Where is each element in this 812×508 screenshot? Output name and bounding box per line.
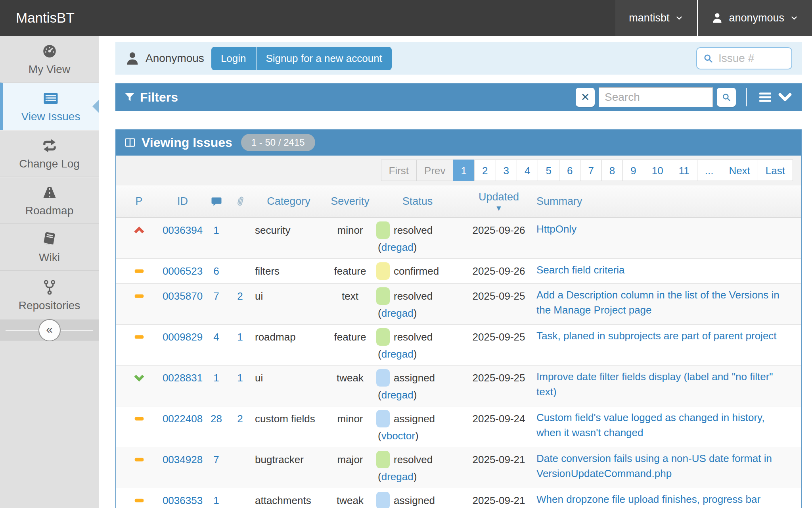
- summary-cell: When dropzone file upload finishes, prog…: [536, 492, 801, 508]
- handler-link[interactable]: dregad: [381, 471, 414, 483]
- summary-link[interactable]: Custom field's value logged as changed i…: [536, 412, 764, 439]
- sidebar-item-repositories[interactable]: Repositories: [0, 271, 99, 320]
- sidebar-collapse-strip: «: [0, 320, 99, 341]
- issue-number-input[interactable]: [718, 52, 786, 65]
- issue-id-link[interactable]: 0036353: [163, 495, 203, 506]
- note-count-link[interactable]: 1: [213, 224, 219, 236]
- app-logo[interactable]: MantisBT: [0, 0, 75, 36]
- column-header-id[interactable]: ID: [162, 195, 203, 208]
- viewing-issues-widget: Viewing Issues 1 - 50 / 2415 FirstPrev12…: [115, 129, 802, 508]
- status-line: resolved: [376, 451, 461, 468]
- issue-id-link[interactable]: 0035870: [163, 290, 203, 302]
- note-count-link[interactable]: 1: [213, 495, 219, 506]
- category-cell: ui: [251, 287, 326, 321]
- status-cell: assigned(dregad): [374, 369, 461, 402]
- table-row: 00363531attachmentstweakassigned(dregad)…: [116, 488, 801, 508]
- page-4[interactable]: 4: [517, 160, 538, 181]
- attachment-count-link[interactable]: 2: [237, 413, 243, 425]
- summary-link[interactable]: Improve date filter fields display (labe…: [536, 371, 773, 398]
- page-11[interactable]: 11: [671, 160, 697, 181]
- column-header-severity[interactable]: Severity: [326, 195, 374, 208]
- collapse-panel-chevron-icon[interactable]: [777, 89, 793, 105]
- note-count-link[interactable]: 28: [211, 413, 222, 425]
- status-label: confirmed: [394, 264, 439, 279]
- note-count-link[interactable]: 6: [213, 265, 219, 277]
- page-last[interactable]: Last: [758, 160, 793, 181]
- handler-link[interactable]: dregad: [381, 241, 414, 253]
- page-9[interactable]: 9: [622, 160, 644, 181]
- handler-link[interactable]: vboctor: [381, 430, 415, 442]
- page-3[interactable]: 3: [496, 160, 517, 181]
- severity-cell: minor: [326, 221, 374, 255]
- summary-link[interactable]: When dropzone file upload finishes, prog…: [536, 493, 760, 505]
- note-count-link[interactable]: 4: [213, 331, 219, 343]
- filter-search-input[interactable]: [599, 87, 713, 107]
- page-10[interactable]: 10: [644, 160, 671, 181]
- sidebar-item-view-issues[interactable]: View Issues: [0, 83, 99, 130]
- page-1[interactable]: 1: [453, 160, 475, 181]
- note-count-link[interactable]: 1: [213, 372, 219, 384]
- attachment-count-cell: 1: [229, 328, 251, 362]
- column-header-attachments[interactable]: [229, 195, 251, 208]
- priority-normal-icon: [116, 328, 162, 362]
- issue-id-link[interactable]: 0028831: [163, 372, 203, 384]
- attachment-count-link[interactable]: 1: [237, 372, 243, 384]
- note-count-link[interactable]: 7: [213, 454, 219, 466]
- list-icon: [42, 90, 59, 107]
- priority-high-icon: [116, 221, 162, 255]
- comment-icon: [211, 196, 222, 208]
- page-5[interactable]: 5: [538, 160, 559, 181]
- page-6[interactable]: 6: [559, 160, 580, 181]
- page-7[interactable]: 7: [580, 160, 601, 181]
- sidebar-item-roadmap[interactable]: Roadmap: [0, 177, 99, 224]
- sidebar-item-change-log[interactable]: Change Log: [0, 130, 99, 177]
- filter-search-button[interactable]: [717, 88, 736, 107]
- status-cell: confirmed: [374, 262, 461, 280]
- summary-link[interactable]: Task, planed in subprojects are part of …: [536, 330, 777, 342]
- issue-id-link[interactable]: 0034928: [163, 454, 203, 466]
- issue-id-link[interactable]: 0006523: [163, 265, 203, 277]
- login-button[interactable]: Login: [211, 47, 256, 70]
- category-cell: ui: [251, 369, 326, 402]
- attachment-count-link[interactable]: 1: [237, 331, 243, 343]
- sidebar-collapse-button[interactable]: «: [38, 319, 61, 341]
- status-line: resolved: [376, 328, 461, 346]
- page-8[interactable]: 8: [601, 160, 623, 181]
- column-header-category[interactable]: Category: [251, 195, 326, 208]
- sidebar-item-wiki[interactable]: Wiki: [0, 224, 99, 271]
- summary-link[interactable]: Add a Description column in the list of …: [536, 289, 779, 316]
- handler-link[interactable]: dregad: [381, 389, 414, 401]
- page-2[interactable]: 2: [474, 160, 496, 181]
- signup-button[interactable]: Signup for a new account: [256, 47, 392, 70]
- column-header-updated[interactable]: Updated ▼: [461, 191, 536, 212]
- road-icon: [41, 184, 58, 201]
- summary-link[interactable]: Date conversion fails using a non-US dat…: [536, 452, 772, 479]
- table-row: 000982941roadmapfeatureresolved(dregad)2…: [116, 325, 801, 366]
- user-dropdown[interactable]: anonymous: [697, 0, 812, 36]
- updated-cell: 2025-09-26: [461, 262, 536, 280]
- column-header-summary[interactable]: Summary: [536, 195, 801, 208]
- updated-cell: 2025-09-25: [461, 328, 536, 362]
- summary-link[interactable]: HttpOnly: [536, 223, 576, 235]
- handler-link[interactable]: dregad: [381, 307, 414, 319]
- status-color-swatch: [376, 328, 390, 346]
- page-...[interactable]: ...: [697, 160, 722, 181]
- sidebar-item-my-view[interactable]: My View: [0, 36, 99, 83]
- handler-link[interactable]: dregad: [381, 348, 414, 360]
- column-header-status[interactable]: Status: [374, 195, 461, 208]
- category-cell: bugtracker: [251, 451, 326, 484]
- page-next[interactable]: Next: [721, 160, 758, 181]
- attachment-count-link[interactable]: 2: [237, 290, 243, 302]
- status-color-swatch: [376, 262, 390, 280]
- column-header-priority[interactable]: P: [116, 195, 162, 208]
- menu-icon[interactable]: [757, 89, 773, 105]
- project-dropdown[interactable]: mantisbt: [615, 0, 697, 36]
- issue-id-link[interactable]: 0022408: [163, 413, 203, 425]
- issue-id-link[interactable]: 0009829: [163, 331, 203, 343]
- column-header-notes[interactable]: [203, 195, 229, 208]
- sidebar-item-label: My View: [29, 63, 70, 76]
- note-count-link[interactable]: 7: [213, 290, 219, 302]
- summary-link[interactable]: Search field criteria: [536, 264, 625, 276]
- clear-filter-button[interactable]: ✕: [576, 88, 595, 107]
- issue-id-link[interactable]: 0036394: [163, 224, 203, 236]
